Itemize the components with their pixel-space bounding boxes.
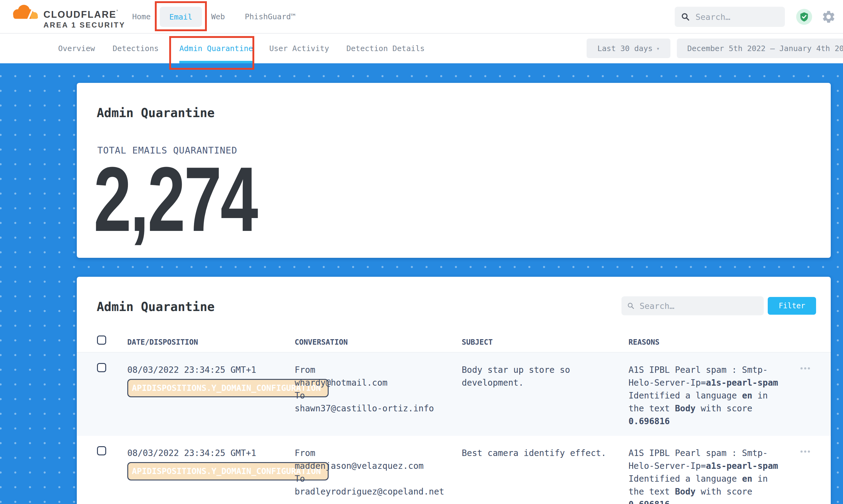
admin-quarantine-screen: CLOUDFLARE’ AREA 1 SECURITY Home Email W… — [0, 0, 843, 504]
table-row: 08/03/2022 23:34:25 GMT+1 APIDISPOSITION… — [77, 436, 831, 504]
tab-admin-quarantine-label: Admin Quarantine — [179, 44, 253, 53]
conversation-to-label: To — [295, 389, 451, 402]
row-subject: Best camera identify effect. — [462, 447, 615, 460]
table-card-title: Admin Quarantine — [97, 300, 214, 314]
tab-detections[interactable]: Detections — [112, 34, 159, 63]
row-actions-ellipsis-icon[interactable] — [801, 367, 810, 370]
reasons-cell: A1S IPBL Pearl spam : Smtp-Helo-Server-I… — [629, 447, 782, 504]
tab-detection-details-label: Detection Details — [346, 44, 425, 53]
quarantine-table-card: Admin Quarantine Filter DATE/DISPOSITION… — [77, 277, 831, 504]
chevron-down-icon: ▾ — [656, 45, 660, 52]
security-status-button[interactable] — [796, 9, 812, 25]
table-row: 08/03/2022 23:34:25 GMT+1 APIDISPOSITION… — [77, 353, 831, 436]
active-tab-underline — [179, 61, 253, 63]
row-subject: Body star up store so development. — [462, 364, 615, 389]
conversation-from-label: From — [295, 364, 451, 376]
conversation-to-label: To — [295, 472, 451, 485]
table-body: 08/03/2022 23:34:25 GMT+1 APIDISPOSITION… — [77, 352, 831, 504]
date-range-dropdown[interactable]: Last 30 days ▾ — [586, 38, 670, 58]
nav-item-web[interactable]: Web — [211, 12, 225, 21]
brand-line2: AREA 1 SECURITY — [43, 21, 125, 29]
conversation-from-address: maddenjason@velazquez.com — [295, 460, 451, 472]
table-search-input[interactable] — [639, 301, 758, 311]
reasons-cell: A1S IPBL Pearl spam : Smtp-Helo-Server-I… — [629, 364, 782, 428]
filter-button[interactable]: Filter — [768, 297, 816, 315]
main-content: Admin Quarantine TOTAL EMAILS QUARANTINE… — [0, 63, 843, 504]
conversation-to-address: shawn37@castillo-ortiz.info — [295, 402, 451, 415]
column-header-date-disposition: DATE/DISPOSITION — [127, 338, 198, 346]
section-tabs-bar: Overview Detections Admin Quarantine Use… — [0, 34, 843, 63]
global-search-input[interactable] — [696, 12, 779, 22]
metric-value: 2,274 — [94, 153, 257, 245]
select-all-checkbox[interactable] — [97, 336, 106, 345]
row-checkbox[interactable] — [97, 363, 106, 372]
tab-detections-label: Detections — [112, 44, 159, 53]
brand-line1: CLOUDFLARE’ — [43, 9, 119, 20]
cloudflare-logo-icon — [11, 4, 41, 21]
column-header-reasons: REASONS — [629, 338, 660, 346]
row-date: 08/03/2022 23:34:25 GMT+1 — [127, 447, 262, 460]
summary-card: Admin Quarantine TOTAL EMAILS QUARANTINE… — [77, 83, 831, 258]
nav-item-home[interactable]: Home — [132, 12, 151, 21]
brand-trademark: ’ — [117, 9, 119, 14]
top-bar: CLOUDFLARE’ AREA 1 SECURITY Home Email W… — [0, 0, 843, 34]
column-header-subject: SUBJECT — [462, 338, 493, 346]
nav-item-email-label: Email — [169, 13, 192, 21]
shield-check-icon — [800, 12, 809, 22]
tab-overview[interactable]: Overview — [58, 34, 95, 63]
row-conversation: From maddenjason@velazquez.com To bradle… — [295, 447, 451, 498]
summary-card-title: Admin Quarantine — [97, 106, 214, 120]
conversation-from-label: From — [295, 447, 451, 460]
tab-overview-label: Overview — [58, 44, 95, 53]
conversation-from-address: whardy@hotmail.com — [295, 376, 451, 389]
date-range-display[interactable]: December 5th 2022 — January 4th 2023 — [677, 38, 843, 58]
tab-user-activity-label: User Activity — [269, 44, 329, 53]
table-search — [621, 296, 764, 315]
search-icon — [681, 12, 690, 21]
conversation-to-address: bradleyrodriguez@copeland.net — [295, 485, 451, 498]
tab-user-activity[interactable]: User Activity — [269, 34, 329, 63]
row-actions-ellipsis-icon[interactable] — [801, 450, 810, 453]
search-icon — [627, 302, 635, 310]
settings-gear-icon[interactable] — [821, 10, 836, 24]
tab-detection-details[interactable]: Detection Details — [346, 34, 425, 63]
date-range-text: December 5th 2022 — January 4th 2023 — [687, 44, 843, 53]
tab-admin-quarantine[interactable]: Admin Quarantine — [179, 34, 253, 63]
row-conversation: From whardy@hotmail.com To shawn37@casti… — [295, 364, 451, 415]
global-search — [675, 7, 785, 27]
nav-item-phishguard[interactable]: PhishGuard™ — [245, 12, 296, 21]
column-header-conversation: CONVERSATION — [295, 338, 348, 346]
row-date: 08/03/2022 23:34:25 GMT+1 — [127, 364, 262, 376]
date-range-dropdown-label: Last 30 days — [597, 44, 653, 53]
row-checkbox[interactable] — [97, 446, 106, 455]
nav-item-email[interactable]: Email — [160, 7, 202, 27]
